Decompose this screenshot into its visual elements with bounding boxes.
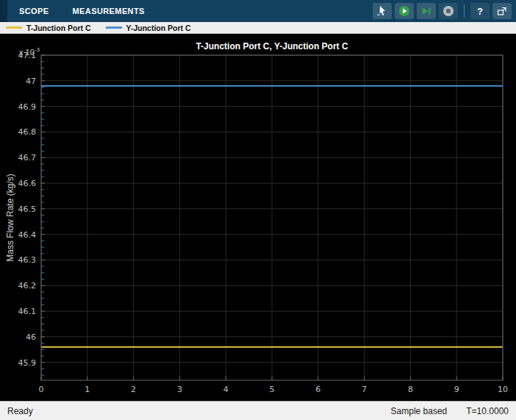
svg-text:46.8: 46.8 — [18, 127, 37, 137]
svg-text:3: 3 — [177, 385, 182, 394]
run-button[interactable] — [395, 3, 414, 19]
window-corner — [0, 0, 7, 22]
legend-item-y-junction[interactable]: Y-Junction Port C — [106, 24, 191, 32]
y-axis-label: Mass Flow Rate (kg/s) — [5, 174, 15, 261]
svg-text:45.9: 45.9 — [18, 358, 37, 368]
plot-title: T-Junction Port C, Y-Junction Port C — [41, 41, 503, 51]
svg-text:46.6: 46.6 — [18, 179, 37, 188]
svg-text:0: 0 — [39, 385, 44, 394]
status-bar: Ready Sample based T=10.0000 — [0, 401, 516, 420]
help-icon: ? — [477, 7, 483, 16]
svg-text:8: 8 — [408, 385, 413, 394]
svg-text:46.7: 46.7 — [18, 153, 37, 163]
step-forward-icon — [420, 5, 432, 17]
legend-item-t-junction[interactable]: T-Junction Port C — [6, 24, 91, 32]
svg-text:46.5: 46.5 — [18, 204, 37, 214]
legend-swatch-y-junction — [106, 26, 122, 29]
stepping-options-button[interactable] — [373, 3, 392, 19]
run-icon — [398, 5, 410, 17]
svg-text:10: 10 — [498, 385, 508, 394]
y-axis-exponent-label: x 10-3 — [19, 46, 40, 57]
status-sim-time: T=10.0000 — [466, 406, 509, 416]
step-forward-button[interactable] — [417, 3, 436, 19]
help-button[interactable]: ? — [470, 3, 490, 19]
cursor-pointer-icon — [376, 5, 388, 17]
figure-area: 01234567891045.94646.146.246.346.446.546… — [0, 34, 516, 401]
status-ready: Ready — [7, 406, 33, 416]
svg-text:46: 46 — [26, 332, 36, 342]
svg-text:46.2: 46.2 — [18, 281, 37, 291]
toolbar-actions: ? — [370, 3, 516, 19]
dock-icon — [496, 5, 508, 17]
toolstrip: SCOPE MEASUREMENTS — [0, 0, 516, 22]
status-sample-mode: Sample based — [391, 406, 448, 416]
svg-text:47: 47 — [26, 76, 36, 86]
legend-swatch-t-junction — [6, 26, 22, 29]
svg-text:46.9: 46.9 — [18, 102, 37, 112]
tab-measurements[interactable]: MEASUREMENTS — [61, 0, 157, 22]
svg-text:4: 4 — [223, 385, 229, 394]
legend-bar: T-Junction Port C Y-Junction Port C — [0, 22, 516, 34]
legend-label-y-junction: Y-Junction Port C — [126, 24, 191, 32]
svg-text:46.3: 46.3 — [18, 255, 37, 265]
svg-text:2: 2 — [131, 385, 136, 394]
stop-button[interactable] — [439, 3, 458, 19]
legend-label-t-junction: T-Junction Port C — [26, 24, 91, 32]
dock-button[interactable] — [492, 3, 512, 19]
svg-text:1: 1 — [85, 385, 90, 394]
stop-icon — [442, 5, 454, 17]
svg-text:46.1: 46.1 — [18, 307, 37, 316]
status-right-group: Sample based T=10.0000 — [391, 406, 509, 416]
svg-text:5: 5 — [270, 385, 275, 394]
svg-text:9: 9 — [454, 385, 459, 394]
svg-text:7: 7 — [362, 385, 367, 394]
svg-text:46.4: 46.4 — [18, 230, 37, 240]
svg-text:6: 6 — [315, 385, 320, 394]
toolbar-divider — [464, 4, 465, 18]
plot-canvas[interactable]: 01234567891045.94646.146.246.346.446.546… — [0, 34, 516, 401]
scope-window: SCOPE MEASUREMENTS — [0, 0, 516, 420]
tab-scope[interactable]: SCOPE — [7, 0, 61, 22]
